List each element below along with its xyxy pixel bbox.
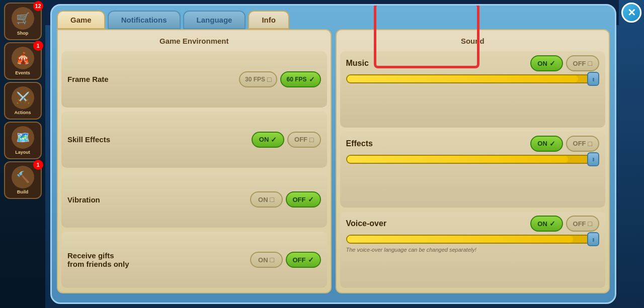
close-button[interactable]: ✕ <box>621 3 641 23</box>
music-slider-handle[interactable] <box>587 72 599 86</box>
music-slider[interactable] <box>346 74 600 83</box>
tab-game[interactable]: Game <box>57 11 105 29</box>
layout-label: Layout <box>15 150 30 155</box>
effects-toggle-group: ON ✓ OFF □ <box>530 136 599 152</box>
setting-row-receive-gifts: Receive giftsfrom friends only ON □ OFF … <box>61 232 327 288</box>
setting-row-vibration: Vibration ON □ OFF ✓ <box>61 172 327 228</box>
effects-on-button[interactable]: ON ✓ <box>530 136 563 152</box>
build-badge: 1 <box>33 160 43 170</box>
receive-gifts-off-button[interactable]: OFF ✓ <box>286 252 321 268</box>
effects-off-button[interactable]: OFF □ <box>566 136 599 152</box>
voiceover-note: The voice-over language can be changed s… <box>346 247 600 253</box>
sound-section-voiceover: Voice-over ON ✓ OFF □ <box>340 212 606 288</box>
skill-effects-label: Skill Effects <box>67 135 110 144</box>
vibration-off-button[interactable]: OFF ✓ <box>286 191 321 208</box>
shop-icon: 🛒 <box>12 7 34 30</box>
sound-section-music: Music ON ✓ OFF □ <box>340 51 606 128</box>
tab-notifications[interactable]: Notifications <box>108 11 181 29</box>
left-panel: Game Environment Frame Rate 30 FPS □ 60 … <box>57 29 332 293</box>
music-off-button[interactable]: OFF □ <box>566 55 599 71</box>
sidebar-item-events[interactable]: 1 🎪 Events <box>4 42 42 80</box>
sidebar-item-layout[interactable]: 🗺️ Layout <box>4 122 42 159</box>
setting-row-framerate: Frame Rate 30 FPS □ 60 FPS ✓ <box>61 51 327 108</box>
tabs-row: Game Notifications Language Info <box>52 6 615 29</box>
skill-effects-off-button[interactable]: OFF □ <box>287 132 320 148</box>
vibration-label: Vibration <box>67 195 100 204</box>
music-controls-row: Music ON ✓ OFF □ <box>346 55 600 71</box>
sound-section-effects: Effects ON ✓ OFF □ <box>340 132 606 208</box>
effects-controls-row: Effects ON ✓ OFF □ <box>346 136 600 152</box>
effects-slider-handle[interactable] <box>587 152 599 166</box>
music-slider-fill <box>347 75 579 82</box>
framerate-toggle-group: 30 FPS □ 60 FPS ✓ <box>239 71 321 87</box>
skill-effects-on-button[interactable]: ON ✓ <box>252 132 284 148</box>
music-label: Music <box>346 59 369 68</box>
effects-slider[interactable] <box>346 155 600 164</box>
vibration-on-button[interactable]: ON □ <box>250 191 283 208</box>
vibration-toggle-group: ON □ OFF ✓ <box>250 191 321 208</box>
actions-icon: ⚔️ <box>12 86 34 109</box>
voiceover-slider[interactable] <box>346 235 600 244</box>
settings-panel: Game Notifications Language Info Game En… <box>50 4 616 304</box>
shop-badge: 12 <box>33 1 43 11</box>
left-panel-title: Game Environment <box>60 33 328 49</box>
right-panel: Sound Music ON ✓ OFF □ <box>336 29 610 293</box>
sidebar: 12 🛒 Shop 1 🎪 Events ⚔️ Actions 🗺️ Layou… <box>0 0 45 308</box>
voiceover-on-button[interactable]: ON ✓ <box>530 216 563 232</box>
music-toggle-group: ON ✓ OFF □ <box>530 55 599 71</box>
voiceover-slider-fill <box>347 236 574 243</box>
voiceover-slider-handle[interactable] <box>587 232 599 246</box>
events-icon: 🎪 <box>12 47 34 69</box>
events-label: Events <box>15 70 30 75</box>
sidebar-item-shop[interactable]: 12 🛒 Shop <box>4 3 42 40</box>
framerate-label: Frame Rate <box>67 75 109 83</box>
receive-gifts-on-button[interactable]: ON □ <box>250 252 283 268</box>
effects-label: Effects <box>346 139 373 148</box>
sidebar-item-build[interactable]: 1 🔨 Build <box>4 161 42 199</box>
build-label: Build <box>17 189 29 194</box>
skill-effects-toggle-group: ON ✓ OFF □ <box>252 132 320 148</box>
voiceover-controls-row: Voice-over ON ✓ OFF □ <box>346 216 600 232</box>
fps-60-button[interactable]: 60 FPS ✓ <box>280 71 320 87</box>
build-icon: 🔨 <box>12 166 34 188</box>
panel-content: Game Environment Frame Rate 30 FPS □ 60 … <box>52 29 615 298</box>
voiceover-toggle-group: ON ✓ OFF □ <box>530 216 599 232</box>
shop-label: Shop <box>17 31 29 36</box>
tab-language[interactable]: Language <box>183 11 246 29</box>
receive-gifts-toggle-group: ON □ OFF ✓ <box>250 252 321 268</box>
events-badge: 1 <box>33 41 43 51</box>
sidebar-item-actions[interactable]: ⚔️ Actions <box>4 82 42 120</box>
voiceover-off-button[interactable]: OFF □ <box>566 216 599 232</box>
tab-info[interactable]: Info <box>248 11 289 29</box>
layout-icon: 🗺️ <box>12 126 34 149</box>
music-on-button[interactable]: ON ✓ <box>530 55 563 71</box>
receive-gifts-label: Receive giftsfrom friends only <box>67 251 129 268</box>
setting-row-skill-effects: Skill Effects ON ✓ OFF □ <box>61 112 327 168</box>
actions-label: Actions <box>14 110 31 115</box>
right-panel-title: Sound <box>339 33 607 49</box>
fps-30-button[interactable]: 30 FPS □ <box>239 71 278 87</box>
effects-slider-fill <box>347 156 569 163</box>
voiceover-label: Voice-over <box>346 219 387 228</box>
